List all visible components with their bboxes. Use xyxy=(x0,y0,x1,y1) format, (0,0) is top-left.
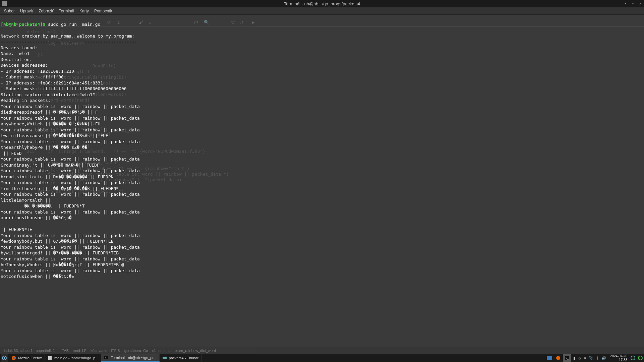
taskbar-label: Terminál - nb@nb:~/go_pr... xyxy=(111,356,156,360)
system-tray: ▮ ☼ ⍾ 📎 ᚼ 🔊 xyxy=(571,356,608,360)
taskbar-label: Mozilla Firefox xyxy=(18,356,42,360)
window-minimize-button[interactable]: ▾ xyxy=(623,1,628,6)
launcher-firefox[interactable] xyxy=(554,354,562,362)
window-maximize-button[interactable]: ▫ xyxy=(631,1,635,6)
svg-point-2 xyxy=(13,357,15,359)
taskbar-clock[interactable]: 2024-07-26 17:33 xyxy=(608,354,629,362)
terminal-stdout: Network cracker by aar_noma. Welcome to … xyxy=(1,34,140,279)
taskbar: Mozilla Firefox main.go - /home/nb/go_p.… xyxy=(0,354,644,362)
svg-text:>_: >_ xyxy=(105,356,108,359)
terminal-icon: >_ xyxy=(104,355,109,360)
taskbar-item-editor[interactable]: main.go - /home/nb/go_p... xyxy=(45,354,101,362)
taskbar-item-firefox[interactable]: Mozilla Firefox xyxy=(9,354,45,362)
svg-rect-8 xyxy=(547,356,552,360)
menu-subor[interactable]: Súbor xyxy=(1,8,17,14)
window-titlebar: Terminál - nb@nb:~/go_progs/packets4 ▾ ▫… xyxy=(0,0,644,7)
launcher-desktop[interactable] xyxy=(545,354,553,362)
clock-date: 2024-07-26 xyxy=(610,354,627,358)
battery-icon[interactable]: ▮ xyxy=(573,356,575,360)
prompt-close: ]$ xyxy=(40,22,45,27)
volume-icon[interactable]: 🔊 xyxy=(601,356,606,360)
menu-terminal[interactable]: Terminál xyxy=(56,8,77,14)
window-close-button[interactable]: ✕ xyxy=(638,1,643,6)
clock-time: 17:33 xyxy=(610,358,627,362)
window-title: Terminál - nb@nb:~/go_progs/packets4 xyxy=(284,1,360,6)
taskbar-item-thunar[interactable]: packets4 - Thunar xyxy=(160,354,201,362)
taskbar-label: main.go - /home/nb/go_p... xyxy=(54,356,98,360)
menu-pomocnik[interactable]: Pomocník xyxy=(92,8,115,14)
clip-icon[interactable]: 📎 xyxy=(589,356,594,360)
bluetooth-icon[interactable]: ᚼ xyxy=(596,356,599,360)
prompt-cwd: packets4 xyxy=(19,22,40,27)
terminal-output[interactable]: [nb@nb packets4]$ sudo go run main.go Ne… xyxy=(0,15,644,354)
svg-rect-5 xyxy=(49,358,51,358)
svg-text:>_: >_ xyxy=(566,357,569,360)
taskbar-label: packets4 - Thunar xyxy=(169,356,198,360)
tray-indicator-2[interactable] xyxy=(637,356,644,360)
menu-zobrazit[interactable]: Zobraziť xyxy=(36,8,56,14)
prompt-command: sudo go run main.go xyxy=(48,22,101,27)
menu-karty[interactable]: Karty xyxy=(77,8,92,14)
notification-icon[interactable]: ⍾ xyxy=(584,356,586,360)
folder-icon xyxy=(162,356,167,360)
firefox-icon xyxy=(11,356,16,360)
window-app-icon xyxy=(2,1,7,6)
prompt-user-host: [nb@nb xyxy=(1,22,16,27)
tray-indicator-1[interactable] xyxy=(629,356,637,360)
start-menu-button[interactable] xyxy=(1,354,8,362)
taskbar-item-terminal[interactable]: >_ Terminál - nb@nb:~/go_pr... xyxy=(101,354,159,362)
editor-icon xyxy=(48,356,52,360)
launcher-terminal[interactable]: >_ xyxy=(563,354,571,362)
svg-rect-4 xyxy=(49,357,51,357)
menu-upravit[interactable]: Upraviť xyxy=(17,8,36,14)
svg-point-9 xyxy=(556,356,560,360)
menubar: Súbor Upraviť Zobraziť Terminál Karty Po… xyxy=(0,7,644,15)
brightness-icon[interactable]: ☼ xyxy=(578,356,581,360)
